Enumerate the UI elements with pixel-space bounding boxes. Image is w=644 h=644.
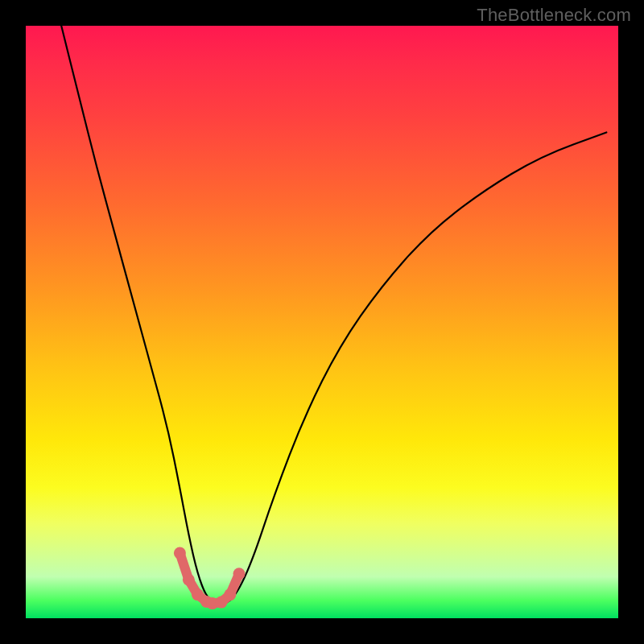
bottleneck-curve-line <box>61 26 606 604</box>
plot-area <box>26 26 618 618</box>
highlight-dot <box>224 588 236 601</box>
chart-svg <box>26 26 618 618</box>
highlight-dot <box>183 574 195 586</box>
highlight-dot <box>233 568 246 580</box>
watermark-text: TheBottleneck.com <box>477 5 631 26</box>
highlight-dot <box>174 547 186 559</box>
highlight-band-dots <box>174 547 246 610</box>
chart-frame: TheBottleneck.com <box>0 0 644 644</box>
